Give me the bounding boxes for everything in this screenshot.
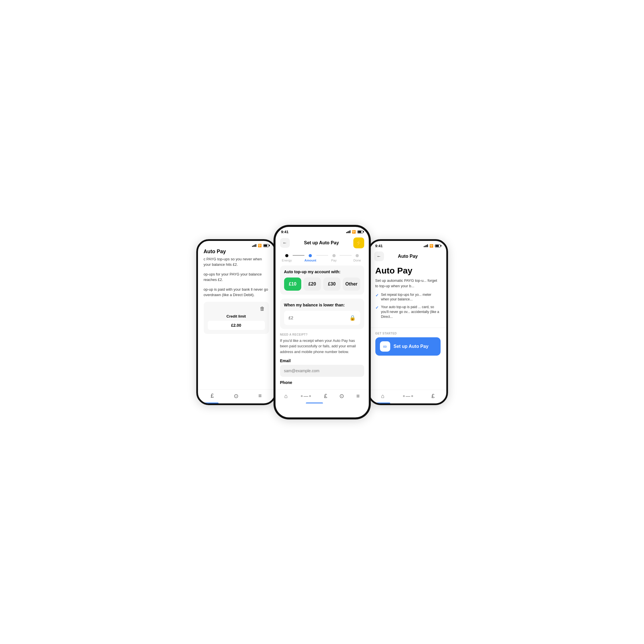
lightning-button[interactable]: ⚡	[353, 237, 364, 248]
amount-btn-30[interactable]: £30	[323, 278, 341, 291]
phone-label: Phone	[280, 380, 364, 385]
battery-icon-right	[435, 244, 441, 247]
nav-icon-pound-center[interactable]: £	[324, 393, 327, 399]
status-bar-right: 9:41 🛜	[370, 241, 446, 249]
signal-icon-right	[424, 244, 428, 247]
screenshot-container: 🛜 Auto Pay c PAYG top-ups so you never w…	[171, 225, 474, 419]
signal-icon-center	[346, 230, 350, 233]
right-page-title: Auto Pay	[370, 263, 446, 278]
nav-icon-activity-right[interactable]: ⚬—⚬	[402, 393, 414, 399]
back-button-center[interactable]: ←	[280, 238, 290, 248]
trash-icon[interactable]: 🗑	[260, 306, 265, 312]
nav-icon-menu-center[interactable]: ≡	[356, 393, 360, 399]
get-started-label: GET STARTED	[370, 328, 446, 337]
nav-icon-pound-left[interactable]: £	[211, 393, 214, 399]
wifi-icon-left: 🛜	[258, 244, 262, 247]
receipt-desc: If you'd like a receipt when your Auto P…	[280, 338, 364, 355]
amount-buttons: £10 £20 £30 Other	[284, 278, 360, 291]
step-label-pay: Pay	[331, 259, 337, 262]
topup-label: Auto top-up my account with:	[284, 270, 360, 274]
time-right: 9:41	[375, 244, 383, 248]
phone-right: 9:41 🛜 ← Auto Pay	[368, 239, 448, 405]
bottom-nav-left: £ ⊙ ≡	[198, 389, 275, 403]
lock-icon: 🔒	[349, 315, 356, 321]
check-text-2: Your auto top-up is paid ... card, so yo…	[381, 305, 441, 319]
content-center: Auto top-up my account with: £10 £20 £30…	[276, 263, 369, 390]
wifi-icon-right: 🛜	[429, 244, 433, 248]
balance-label: When my balance is lower than:	[284, 303, 360, 307]
nav-icon-menu-left[interactable]: ≡	[258, 393, 262, 399]
email-label: Email	[280, 358, 364, 363]
step-label-done: Done	[353, 259, 361, 262]
check-icon-1: ✓	[375, 293, 379, 298]
step-line-1	[293, 255, 304, 256]
status-bar-left: 🛜	[198, 241, 275, 249]
credit-card: 🗑 Credit limit £2.00	[204, 302, 269, 334]
header-title-center: Set up Auto Pay	[290, 240, 353, 245]
nav-icon-help-center[interactable]: ⊙	[339, 393, 344, 399]
credit-label: Credit limit	[208, 314, 265, 318]
nav-icon-home-center[interactable]: ⌂	[284, 393, 288, 399]
back-button-right[interactable]: ←	[374, 251, 384, 261]
battery-icon-center	[357, 230, 363, 233]
check-item-2: ✓ Your auto top-up is paid ... card, so …	[375, 305, 441, 319]
stepper-center: Energy Amount Pay Done	[276, 251, 369, 263]
status-icons-right: 🛜	[424, 244, 441, 248]
amount-btn-10[interactable]: £10	[284, 278, 302, 291]
status-icons-center: 🛜	[346, 230, 363, 234]
bottom-nav-center: ⌂ ⚬—⚬ £ ⊙ ≡	[276, 389, 369, 403]
topup-card: Auto top-up my account with: £10 £20 £30…	[280, 265, 364, 295]
nav-icon-help-left[interactable]: ⊙	[234, 393, 239, 399]
phone-center: 9:41 🛜 ← Set up Auto Pay ⚡	[274, 225, 371, 419]
header-title-right: Auto Pay	[384, 254, 432, 259]
step-dot-energy	[285, 254, 288, 257]
check-item-1: ✓ Set repeat top-ups for yo... meter whe…	[375, 292, 441, 302]
email-input[interactable]	[280, 365, 364, 377]
left-list1: op-ups for your PAYG your balance reache…	[204, 272, 269, 283]
header-center: ← Set up Auto Pay ⚡	[276, 235, 369, 251]
left-page-title: Auto Pay	[198, 249, 275, 256]
receipt-label: NEED A RECEIPT?	[280, 333, 364, 336]
bottom-nav-right: ⌂ ⚬—⚬ £	[370, 390, 446, 403]
step-line-2	[316, 255, 328, 256]
setup-autopay-button[interactable]: ∞ Set up Auto Pay	[375, 337, 441, 356]
check-text-1: Set repeat top-ups for yo... meter when …	[381, 292, 441, 302]
credit-value: £2.00	[208, 321, 265, 330]
wifi-icon-center: 🛜	[352, 230, 356, 234]
nav-icon-pound-right[interactable]: £	[431, 393, 435, 399]
step-dot-done	[356, 254, 359, 257]
nav-icon-home-right[interactable]: ⌂	[381, 393, 385, 399]
balance-input-row: £2 🔒	[284, 311, 360, 325]
step-line-3	[340, 255, 351, 256]
check-icon-2: ✓	[375, 305, 379, 311]
step-dot-pay	[332, 254, 336, 257]
step-dot-amount	[309, 254, 312, 257]
phone-left: 🛜 Auto Pay c PAYG top-ups so you never w…	[196, 239, 276, 405]
signal-icon-left	[252, 244, 256, 247]
header-right: ← Auto Pay	[370, 249, 446, 263]
nav-icon-activity-center[interactable]: ⚬—⚬	[300, 393, 312, 399]
right-desc: Set up automatic PAYG top-u... forget to…	[370, 278, 446, 292]
left-body-text: c PAYG top-ups so you never when your ba…	[204, 256, 269, 267]
step-label-energy: Energy	[282, 259, 292, 262]
infinity-icon: ∞	[380, 341, 390, 352]
amount-btn-20[interactable]: £20	[304, 278, 321, 291]
battery-icon-left	[263, 244, 269, 247]
status-bar-center: 9:41 🛜	[276, 227, 369, 235]
check-list: ✓ Set repeat top-ups for yo... meter whe…	[370, 292, 446, 327]
time-center: 9:41	[281, 230, 289, 234]
lightning-icon: ⚡	[356, 240, 362, 246]
left-list2: op-up is paid with your bank ll never go…	[204, 287, 269, 298]
amount-btn-other[interactable]: Other	[343, 278, 360, 291]
balance-value: £2	[289, 315, 294, 320]
balance-card: When my balance is lower than: £2 🔒	[280, 299, 364, 329]
setup-btn-label: Set up Auto Pay	[394, 344, 429, 349]
step-label-amount: Amount	[304, 259, 316, 262]
